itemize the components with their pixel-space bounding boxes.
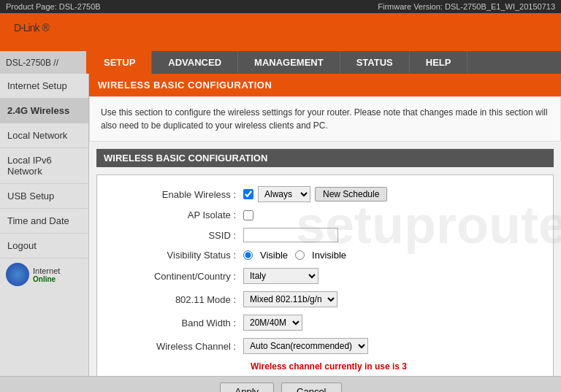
tab-management[interactable]: MANAGEMENT [238, 51, 340, 74]
enable-wireless-checkbox[interactable] [243, 189, 253, 199]
mode-row: 802.11 Mode : Mixed 802.11b/g/n 802.11b … [104, 291, 546, 307]
breadcrumb: DSL-2750B // [0, 51, 88, 74]
visibility-visible-label: Visible [260, 250, 288, 261]
logo-text: D-Link [14, 22, 39, 34]
tab-advanced[interactable]: ADVANCED [152, 51, 238, 74]
channel-label: Wireless Channel : [112, 341, 243, 352]
visibility-visible-radio[interactable] [243, 250, 253, 260]
tab-status[interactable]: STATUS [340, 51, 410, 74]
visibility-controls: Visible Invisible [243, 250, 346, 261]
visibility-row: Visibility Status : Visible Invisible [104, 250, 546, 261]
sidebar-item-local-ipv6[interactable]: Local IPv6 Network [0, 148, 88, 184]
bandwidth-controls: 20M/40M 20M only [243, 315, 302, 331]
main-section-title: WIRELESS BASIC CONFIGURATION [89, 74, 561, 96]
schedule-dropdown[interactable]: Always Never Custom [258, 186, 310, 202]
info-text: Use this section to configure the wirele… [101, 107, 548, 131]
new-schedule-button[interactable]: New Schedule [315, 187, 387, 201]
logo: D-Link® [11, 20, 49, 44]
sidebar-item-time-date[interactable]: Time and Date [0, 209, 88, 234]
visibility-invisible-label: Invisible [312, 250, 346, 261]
ssid-label: SSID : [112, 230, 243, 241]
internet-label: Internet [33, 266, 60, 275]
enable-wireless-controls: Always Never Custom New Schedule [243, 186, 387, 202]
sidebar-item-2g-wireless[interactable]: 2.4G Wireless [0, 99, 88, 123]
internet-status-icon [6, 263, 29, 286]
config-section-title: WIRELESS BASIC CONFIGURATION [96, 149, 554, 167]
visibility-invisible-radio[interactable] [295, 250, 305, 260]
channel-dropdown[interactable]: Auto Scan(recommended) Channel 1 Channel… [243, 338, 368, 354]
continent-row: Continent/Country : Italy United States … [104, 268, 546, 284]
ap-isolate-label: AP Isolate : [112, 210, 243, 220]
continent-controls: Italy United States Germany France Spain [243, 268, 318, 284]
logo-registered: ® [42, 22, 48, 34]
ssid-input[interactable] [243, 228, 338, 242]
ap-isolate-row: AP Isolate : [104, 210, 546, 220]
bandwidth-dropdown[interactable]: 20M/40M 20M only [243, 315, 302, 331]
online-label: Online [33, 275, 60, 283]
sidebar-item-local-network[interactable]: Local Network [0, 123, 88, 148]
channel-warning-row: Wireless channel currently in use is 3 [104, 361, 546, 372]
continent-label: Continent/Country : [112, 271, 243, 282]
bandwidth-row: Band Width : 20M/40M 20M only [104, 315, 546, 331]
ap-isolate-checkbox[interactable] [243, 210, 253, 220]
enable-wireless-label: Enable Wireless : [112, 189, 243, 200]
visibility-label: Visibility Status : [112, 250, 243, 261]
ssid-row: SSID : [104, 228, 546, 242]
tab-setup[interactable]: SETUP [88, 51, 152, 74]
sidebar-item-usb-setup[interactable]: USB Setup [0, 184, 88, 209]
firmware-label: Firmware Version: DSL-2750B_E1_WI_201507… [378, 2, 555, 11]
continent-dropdown[interactable]: Italy United States Germany France Spain [243, 268, 318, 284]
channel-row: Wireless Channel : Auto Scan(recommended… [104, 338, 546, 354]
channel-warning-text: Wireless channel currently in use is 3 [251, 361, 407, 372]
sidebar-item-internet-setup[interactable]: Internet Setup [0, 74, 88, 99]
mode-controls: Mixed 802.11b/g/n 802.11b only 802.11g o… [243, 291, 337, 307]
ssid-controls [243, 228, 338, 242]
sidebar-item-logout[interactable]: Logout [0, 234, 88, 258]
mode-dropdown[interactable]: Mixed 802.11b/g/n 802.11b only 802.11g o… [243, 291, 337, 307]
enable-wireless-row: Enable Wireless : Always Never Custom Ne… [104, 186, 546, 202]
product-label: Product Page: DSL-2750B [6, 2, 101, 11]
bandwidth-label: Band Width : [112, 318, 243, 328]
footer-buttons: Apply Cancel [0, 376, 561, 392]
ap-isolate-controls [243, 210, 253, 220]
internet-status-text: Internet Online [33, 266, 60, 283]
tab-help[interactable]: HELP [410, 51, 468, 74]
apply-button[interactable]: Apply [220, 383, 275, 392]
channel-controls: Auto Scan(recommended) Channel 1 Channel… [243, 338, 368, 354]
info-box: Use this section to configure the wirele… [89, 96, 561, 142]
cancel-button[interactable]: Cancel [281, 383, 341, 392]
mode-label: 802.11 Mode : [112, 294, 243, 305]
